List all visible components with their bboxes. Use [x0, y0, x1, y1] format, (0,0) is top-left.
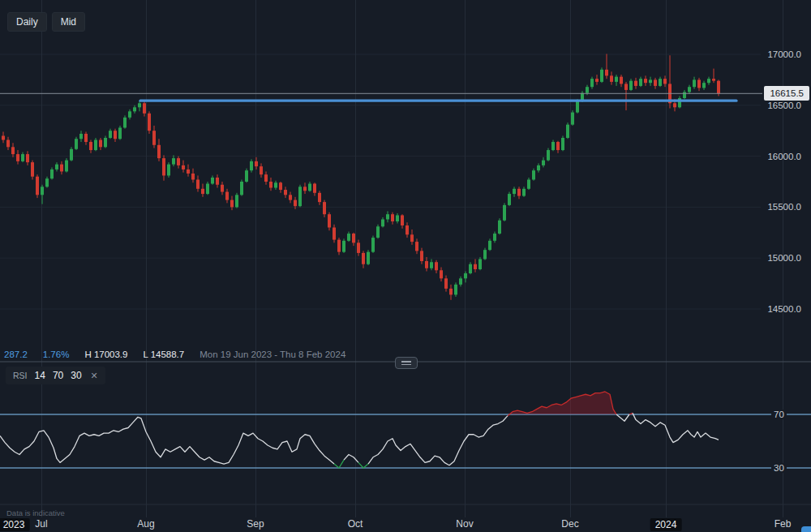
- candle-down: [157, 145, 161, 158]
- candle-up: [376, 226, 380, 238]
- candle-down: [624, 84, 628, 90]
- timeframe-daily-button[interactable]: Daily: [7, 12, 47, 32]
- time-axis-year-badge: 2024: [650, 518, 682, 531]
- rsi-label: RSI: [13, 371, 28, 380]
- candle-down: [697, 79, 701, 88]
- close-icon[interactable]: ✕: [91, 371, 98, 381]
- grip-lines-icon: [401, 361, 411, 363]
- chart-toolbar: Daily Mid: [7, 12, 85, 32]
- candle-up: [21, 154, 24, 161]
- candle-up: [118, 127, 122, 139]
- candle-up: [478, 259, 482, 269]
- candle-up: [454, 285, 457, 295]
- candle-up: [109, 131, 112, 138]
- candle-down: [36, 177, 39, 195]
- candle-down: [260, 166, 263, 174]
- rsi-overbought-level-label: 70: [771, 410, 787, 419]
- candle-up: [600, 70, 603, 82]
- rsi-oversold-level-label: 30: [771, 463, 787, 473]
- candle-down: [148, 114, 151, 131]
- candle-up: [464, 273, 467, 278]
- chart-canvas[interactable]: [0, 0, 811, 532]
- candle-down: [60, 165, 63, 172]
- candle-up: [659, 79, 662, 86]
- rsi-curve: [334, 460, 344, 468]
- candle-down: [284, 190, 287, 195]
- candle-down: [225, 192, 229, 200]
- candle-down: [11, 147, 15, 154]
- candle-up: [503, 205, 506, 221]
- candle-down: [16, 154, 19, 161]
- candle-up: [702, 83, 706, 88]
- candle-down: [269, 182, 272, 188]
- price-tick-label: 16000.0: [767, 152, 801, 161]
- candle-up: [167, 165, 170, 176]
- candle-down: [84, 134, 88, 142]
- candle-down: [216, 178, 219, 185]
- candle-down: [420, 251, 423, 261]
- candle-down: [605, 70, 608, 76]
- time-axis-month-label: Jul: [35, 518, 47, 530]
- candle-up: [586, 87, 589, 93]
- candle-up: [138, 103, 141, 107]
- candle-up: [65, 161, 68, 172]
- candle-down: [644, 79, 647, 83]
- candle-down: [2, 135, 5, 139]
- grip-lines-icon: [401, 364, 411, 366]
- candle-down: [362, 253, 365, 264]
- price-tick-label: 14500.0: [767, 304, 801, 314]
- time-axis-month-label: Feb: [775, 518, 792, 530]
- rsi-curve: [616, 414, 629, 421]
- candle-up: [629, 81, 633, 90]
- rsi-curve: [344, 455, 358, 463]
- time-axis-month-label: Oct: [348, 518, 363, 530]
- panel-resize-handle[interactable]: [395, 357, 418, 369]
- candle-down: [449, 289, 453, 295]
- candle-up: [683, 92, 686, 98]
- candle-up: [532, 170, 535, 179]
- candle-up: [41, 187, 44, 195]
- candle-down: [187, 169, 190, 174]
- candle-up: [250, 161, 253, 170]
- candle-down: [391, 214, 394, 221]
- candle-up: [55, 165, 58, 169]
- rsi-indicator-legend[interactable]: RSI 14 70 30 ✕: [6, 367, 105, 384]
- candle-down: [333, 228, 336, 240]
- candle-up: [70, 149, 73, 161]
- candle-down: [352, 234, 355, 242]
- candle-down: [89, 142, 92, 150]
- price-tick-label: 15500.0: [767, 202, 801, 212]
- candle-up: [459, 278, 462, 285]
- rsi-lower-param: 30: [71, 370, 81, 381]
- candle-up: [128, 111, 131, 118]
- candle-up: [488, 241, 491, 250]
- candle-up: [381, 219, 384, 226]
- candle-down: [663, 79, 667, 84]
- candle-up: [172, 158, 175, 165]
- change-value: 287.2: [4, 350, 28, 359]
- candle-up: [274, 182, 277, 187]
- candle-down: [31, 162, 34, 177]
- candle-down: [196, 179, 200, 188]
- candle-up: [561, 138, 564, 150]
- candle-down: [221, 185, 224, 192]
- candle-up: [542, 161, 545, 165]
- time-axis-year-badge: 2023: [0, 518, 29, 531]
- candle-down: [303, 187, 307, 191]
- price-mid-button[interactable]: Mid: [52, 12, 85, 32]
- time-axis-month-label: Sep: [247, 518, 264, 530]
- candle-up: [571, 113, 574, 125]
- candle-up: [240, 182, 243, 195]
- candle-up: [551, 142, 555, 150]
- candle-up: [308, 184, 311, 191]
- candle-down: [357, 242, 360, 253]
- candle-down: [337, 240, 341, 252]
- candle-down: [717, 81, 720, 94]
- period-low: L 14588.7: [143, 350, 184, 359]
- corner-brand-chip: [801, 526, 811, 532]
- candle-up: [211, 178, 214, 184]
- candle-down: [230, 200, 234, 208]
- candle-up: [50, 169, 54, 178]
- time-axis-month-label: Nov: [456, 518, 473, 530]
- candle-up: [522, 189, 526, 196]
